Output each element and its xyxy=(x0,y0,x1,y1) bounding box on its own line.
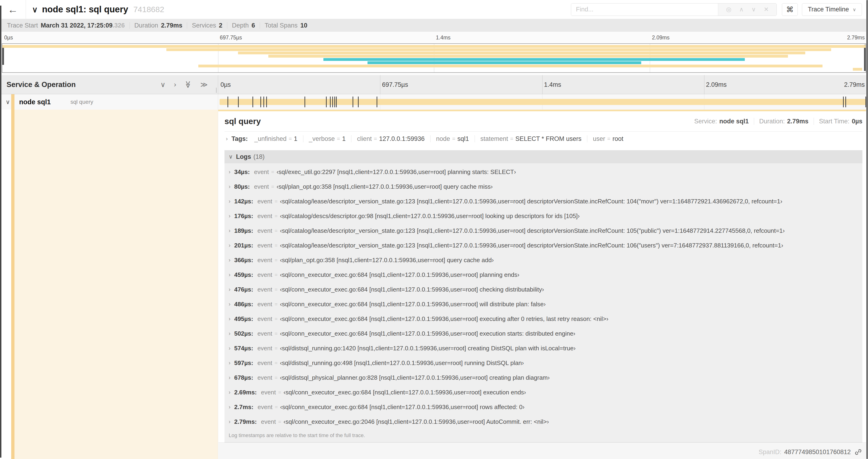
minimap-drag-handle-right[interactable] xyxy=(864,45,866,71)
log-field-name: event xyxy=(257,315,272,323)
view-selector-button[interactable]: Trace Timeline ∨ xyxy=(802,3,862,16)
divider xyxy=(587,135,587,142)
keyboard-shortcuts-button[interactable]: ⌘ xyxy=(782,3,798,16)
chevron-right-icon[interactable]: › xyxy=(229,301,230,307)
double-chevron-right-icon[interactable]: ≫ xyxy=(200,80,208,89)
log-row[interactable]: ›142µs:event=‹sql/catalog/lease/descript… xyxy=(224,194,862,209)
link-icon[interactable] xyxy=(855,448,862,456)
chevron-right-icon[interactable]: › xyxy=(174,80,176,89)
double-chevron-down-icon[interactable]: ≫ xyxy=(184,81,192,88)
trace-collapse-icon[interactable]: ∨ xyxy=(32,5,38,14)
span-operation-name: sql query xyxy=(70,99,93,105)
chevron-right-icon[interactable]: › xyxy=(229,198,230,204)
log-marker-tick xyxy=(260,97,261,107)
log-equals: = xyxy=(275,198,278,204)
chevron-down-icon[interactable]: ∨ xyxy=(229,154,233,160)
chevron-right-icon[interactable]: › xyxy=(229,169,230,175)
chevron-right-icon[interactable]: › xyxy=(229,316,230,322)
span-duration-bar[interactable] xyxy=(220,99,866,105)
log-message: ‹sql/conn_executor_exec.go:684 [nsql1,cl… xyxy=(283,389,526,396)
span-row-name-column[interactable]: ∨ node sql1 sql query xyxy=(0,94,218,110)
log-field-name: event xyxy=(257,301,272,308)
tag-equals: = xyxy=(289,136,292,142)
minimap-span-bar xyxy=(268,55,788,58)
log-row[interactable]: ›201µs:event=‹sql/catalog/lease/descript… xyxy=(224,238,862,253)
log-marker-tick xyxy=(377,97,377,107)
chevron-right-icon[interactable]: › xyxy=(229,228,230,234)
chevron-right-icon[interactable]: › xyxy=(229,404,230,410)
back-button[interactable]: ← xyxy=(0,0,26,19)
log-row[interactable]: ›34µs:event=‹sql/exec_util.go:2297 [nsql… xyxy=(224,165,862,179)
log-row[interactable]: ›176µs:event=‹sql/catalog/descs/descript… xyxy=(224,209,862,223)
tag-equals: = xyxy=(374,136,377,142)
info-value: 2 xyxy=(219,22,222,29)
log-equals: = xyxy=(275,242,278,249)
chevron-right-icon[interactable]: › xyxy=(229,272,230,278)
divider xyxy=(430,135,431,142)
log-row[interactable]: ›2.79ms:event=‹sql/conn_executor_exec.go… xyxy=(224,415,862,429)
log-timestamp: 495µs: xyxy=(234,315,253,323)
log-row[interactable]: ›678µs:event=‹sql/distsql_physical_plann… xyxy=(224,370,862,385)
find-clear-icon[interactable]: ✕ xyxy=(764,6,769,13)
trace-info-items: Trace StartMarch 31 2022, 17:25:09.326Du… xyxy=(7,22,307,29)
chevron-right-icon[interactable]: › xyxy=(229,257,230,263)
log-equals: = xyxy=(275,287,278,293)
service-operation-header: Service & Operation ∨ › ≫ ≫ xyxy=(0,75,218,94)
chevron-right-icon[interactable]: › xyxy=(229,242,230,249)
chevron-right-icon[interactable]: › xyxy=(226,135,228,142)
log-marker-tick xyxy=(227,97,228,107)
span-expand-icon[interactable]: ∨ xyxy=(6,98,10,106)
log-message: ‹sql/catalog/lease/descriptor_version_st… xyxy=(280,242,783,249)
span-row[interactable]: ∨ node sql1 sql query xyxy=(0,94,868,110)
span-id-label: SpanID: xyxy=(758,449,781,456)
stat-value: node sql1 xyxy=(719,118,749,125)
minimap-canvas[interactable] xyxy=(2,43,866,73)
find-next-icon[interactable]: ∨ xyxy=(751,6,756,13)
find-prev-icon[interactable]: ∧ xyxy=(739,6,744,13)
log-timestamp: 459µs: xyxy=(234,271,253,278)
chevron-right-icon[interactable]: › xyxy=(229,419,230,425)
log-row[interactable]: ›476µs:event=‹sql/conn_executor_exec.go:… xyxy=(224,282,862,297)
log-message: ‹sql/conn_executor_exec.go:684 [nsql1,cl… xyxy=(280,286,544,293)
stat-value: 0µs xyxy=(852,118,862,125)
chevron-right-icon[interactable]: › xyxy=(229,213,230,219)
minimap-drag-handle-left[interactable] xyxy=(2,47,4,65)
vertical-scrollbar[interactable] xyxy=(866,0,868,459)
back-arrow-icon: ← xyxy=(8,4,18,15)
chevron-right-icon[interactable]: › xyxy=(229,360,230,366)
logs-footnote: Log timestamps are relative to the start… xyxy=(224,429,862,442)
chevron-right-icon[interactable]: › xyxy=(229,374,230,381)
chevron-right-icon[interactable]: › xyxy=(229,184,230,190)
chevron-right-icon[interactable]: › xyxy=(229,345,230,352)
chevron-right-icon[interactable]: › xyxy=(229,286,230,293)
chevron-down-icon[interactable]: ∨ xyxy=(160,80,165,89)
log-marker-tick xyxy=(330,97,331,107)
log-row[interactable]: ›80µs:event=‹sql/plan_opt.go:358 [nsql1,… xyxy=(224,179,862,194)
log-row[interactable]: ›366µs:event=‹sql/plan_opt.go:358 [nsql1… xyxy=(224,253,862,267)
log-row[interactable]: ›495µs:event=‹sql/conn_executor_exec.go:… xyxy=(224,312,862,326)
locate-icon[interactable]: ◎ xyxy=(726,6,732,13)
find-input[interactable] xyxy=(571,3,718,15)
logs-header[interactable]: ∨ Logs (18) xyxy=(224,150,862,163)
log-field-name: event xyxy=(257,242,272,249)
tags-row[interactable]: › Tags: _unfinished=1_verbose=1client=12… xyxy=(224,132,862,146)
time-tick-label: 2.79ms xyxy=(844,81,865,88)
log-row[interactable]: ›486µs:event=‹sql/conn_executor_exec.go:… xyxy=(224,297,862,312)
log-row[interactable]: ›459µs:event=‹sql/conn_executor_exec.go:… xyxy=(224,267,862,282)
left-scroll-indicator[interactable] xyxy=(0,6,1,458)
log-field-name: event xyxy=(257,286,272,293)
span-detail-stats: Service:node sql1Duration:2.79msStart Ti… xyxy=(694,118,862,125)
scrollbar-thumb[interactable] xyxy=(866,0,868,459)
log-row[interactable]: ›597µs:event=‹sql/distsql_running.go:498… xyxy=(224,356,862,370)
log-message: ‹sql/catalog/descs/descriptor.go:98 [nsq… xyxy=(280,212,580,220)
log-row[interactable]: ›189µs:event=‹sql/catalog/lease/descript… xyxy=(224,223,862,238)
chevron-right-icon[interactable]: › xyxy=(229,389,230,396)
time-tick-label: 1.4ms xyxy=(436,35,451,41)
log-row[interactable]: ›2.7ms:event=‹sql/conn_executor_exec.go:… xyxy=(224,400,862,415)
log-row[interactable]: ›2.69ms:event=‹sql/conn_executor_exec.go… xyxy=(224,385,862,400)
log-timestamp: 2.69ms: xyxy=(234,389,257,396)
log-row[interactable]: ›502µs:event=‹sql/conn_executor_exec.go:… xyxy=(224,326,862,341)
chevron-right-icon[interactable]: › xyxy=(229,330,230,337)
log-row[interactable]: ›574µs:event=‹sql/distsql_running.go:142… xyxy=(224,341,862,356)
detail-row-left-column xyxy=(0,110,218,459)
